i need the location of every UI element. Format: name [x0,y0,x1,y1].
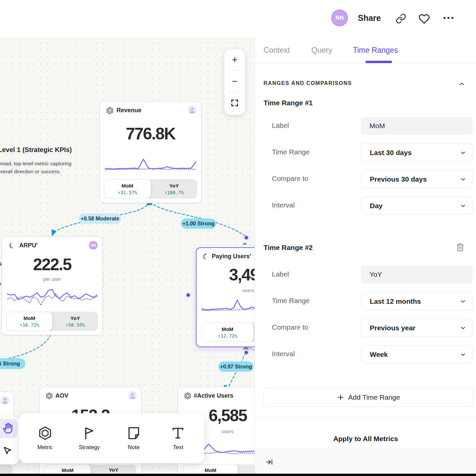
collapse-section-button[interactable] [458,80,465,88]
connection-handle[interactable] [244,350,249,355]
arrow-to-bar-icon [265,458,274,466]
heart-icon [419,13,430,25]
add-time-range-button[interactable]: Add Time Range [264,388,473,407]
field-label: Label [272,270,289,278]
range-1-interval-select[interactable]: Day [361,197,473,215]
range-1-compare-select[interactable]: Previous 30 days [361,170,473,188]
tool-label: Text [173,444,183,451]
loading-spinner-icon [202,253,210,260]
card-title: AOV [55,392,68,399]
edge-paying-active [227,353,246,390]
user-avatar[interactable]: NN [331,10,348,26]
field-label: Compare to [272,175,308,183]
edge-gray-stub [250,348,255,354]
clipped-text-fragment: a [0,280,1,286]
select-value: Previous year [370,324,416,332]
chevron-down-icon [460,298,466,305]
range-2-interval-select[interactable]: Week [361,345,473,363]
canvas-toolbar: Metric Strategy Note Text [19,413,204,463]
more-options-button[interactable] [442,16,454,20]
hand-icon [2,423,14,435]
tool-palette [0,417,19,464]
zoom-in-button[interactable]: + [224,49,245,70]
delete-range-button[interactable] [456,243,465,252]
range-1-time-range-select[interactable]: Last 30 days [361,143,473,162]
collapse-panel-button[interactable] [265,458,274,466]
correlation-label: 66 Strong [0,358,25,369]
metric-value: 222.5 [2,255,102,274]
select-tool-button[interactable] [0,441,17,461]
sparkline [201,297,255,314]
metric-card-revenue[interactable]: Revenue 776.8K MoM ↑31.57% YoY ↑180.7% [100,101,201,203]
tab-context[interactable]: Context [264,46,290,55]
tool-text[interactable]: Text [160,426,196,451]
toggle-delta: ↑31.57% [118,190,137,195]
note-body: Broad, top-level metric capturing overal… [0,160,71,175]
sparkline [105,156,196,172]
metric-value: 3,49 [229,265,259,284]
toggle-yoy[interactable]: YoY ↑58.55% [52,312,98,331]
toggle-mom[interactable]: MoM ↑12.72% [201,323,254,342]
select-value: Last 12 months [370,297,421,305]
toggle-yoy[interactable]: YoY ↑180.7% [151,179,198,198]
owner-avatar[interactable]: NN [89,241,98,250]
owner-avatar[interactable] [188,106,197,114]
field-label: Label [272,121,289,129]
loading-spinner-icon [9,241,17,249]
toggle-mom[interactable]: MoM ↑31.57% [104,179,151,198]
owner-avatar[interactable] [128,391,137,400]
toggle-label: YoY [70,315,80,321]
tab-query[interactable]: Query [311,46,332,55]
range-2-title: Time Range #2 [264,244,313,252]
flag-icon [82,426,97,441]
range-2-compare-select[interactable]: Previous year [361,319,473,337]
partial-card-footer [0,465,13,474]
comparison-toggle: MoM ↑31.57% YoY ↑180.7% [104,179,197,198]
range-2-label-input[interactable]: YoY [361,266,473,283]
card-title: #Active Users [194,392,233,399]
toggle-label: MoM [24,315,35,321]
select-value: Previous 30 days [370,175,427,183]
card-title: Revenue [117,107,141,114]
apply-to-all-metrics-button[interactable]: Apply to All Metrics [255,435,476,443]
owner-avatar[interactable] [1,396,9,405]
copy-link-button[interactable] [396,13,406,24]
correlation-label: +0.97 Strong [218,361,254,372]
connection-handle[interactable] [186,292,191,298]
zoom-out-button[interactable]: − [224,71,245,92]
metric-hexagon-icon [184,392,192,400]
favorite-button[interactable] [419,13,430,25]
connection-handle[interactable] [244,235,249,240]
edge-tick-paying-top [243,243,246,245]
metric-unit: users [242,288,254,293]
tool-label: Metric [37,444,52,451]
tool-note[interactable]: Note [116,426,152,451]
select-value: Week [370,351,388,358]
hand-tool-button[interactable] [0,419,17,438]
metric-unit: per user [2,277,102,282]
range-2-time-range-select[interactable]: Last 12 months [361,292,473,310]
tab-time-ranges[interactable]: Time Ranges [353,46,398,55]
ellipsis-icon [442,16,454,20]
add-time-range-label: Add Time Range [348,393,400,401]
text-icon [170,426,186,441]
panel-footer [255,449,476,474]
chevron-down-icon [460,351,466,358]
toggle-mom[interactable]: MoM ↑16.72% [6,312,52,331]
correlation-label: +1.00 Strong [181,218,216,229]
tool-label: Strategy [79,444,100,451]
share-button[interactable]: Share [358,13,381,23]
toggle-delta: ↑180.7% [164,190,184,195]
metric-hexagon-icon [38,426,53,441]
tool-metric[interactable]: Metric [27,426,63,451]
field-label: Compare to [272,323,308,331]
field-label: Interval [272,201,295,209]
card-title: ARPU' [19,242,38,249]
range-1-label-input[interactable]: MoM [361,117,473,135]
tool-strategy[interactable]: Strategy [71,426,108,451]
metric-value: 776.8K [100,124,201,143]
fit-view-button[interactable] [224,92,245,114]
note-icon [126,426,141,441]
bottom-edge-bar [0,474,476,476]
metric-card-arpu[interactable]: ARPU' NN 222.5 per user MoM ↑16.72% YoY … [2,236,103,335]
